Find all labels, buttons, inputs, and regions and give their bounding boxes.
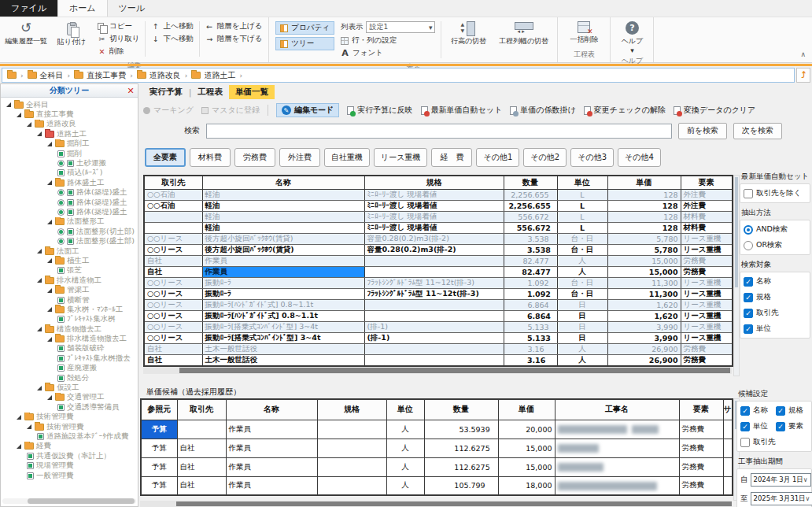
cell-supplier[interactable]: 自社	[144, 343, 202, 354]
cell-price[interactable]: 11,300	[607, 288, 681, 299]
cell-element[interactable]: 労務費	[679, 439, 723, 457]
expanded-triangle-icon[interactable]	[17, 444, 21, 449]
tree-item[interactable]: 産廃運搬	[1, 364, 138, 373]
tree-item[interactable]: 張芝	[1, 266, 138, 276]
cell-price[interactable]: 15,000	[498, 457, 555, 476]
tree-item[interactable]: 殻処分	[1, 373, 138, 383]
candidate-row[interactable]: 予算作業員人53.593920,000労務費	[141, 420, 733, 439]
cell-unit[interactable]: 人	[557, 343, 607, 354]
cell-element[interactable]: リース重機	[681, 321, 733, 332]
cell-unit[interactable]: 人	[557, 255, 607, 266]
cell-name[interactable]: 軽油	[202, 200, 364, 211]
cell-price[interactable]: 26,900	[607, 343, 681, 354]
level-up-button[interactable]: ←階層を上げる	[205, 21, 263, 31]
cell-sub[interactable]	[723, 420, 733, 439]
tree-item[interactable]: 法面整形(切土部)	[1, 227, 138, 236]
edit-history-button[interactable]: ↺ 編集履歴一覧	[3, 19, 49, 46]
cell-unit[interactable]: 日	[557, 321, 607, 332]
expanded-triangle-icon[interactable]	[47, 307, 52, 312]
tree-item[interactable]: ﾌﾟﾚｷｬｽﾄ集水桝撤去	[1, 353, 138, 363]
cell-name[interactable]: 作業員	[202, 255, 364, 266]
cell-unit[interactable]: 人	[386, 476, 424, 495]
tree-item[interactable]: 道路土工	[1, 129, 138, 139]
cell-qty[interactable]: 3.538	[504, 233, 557, 244]
cell-price[interactable]: 26,900	[607, 354, 681, 366]
tree-item[interactable]: 共通仮設費（率計上）	[1, 451, 138, 461]
level-down-button[interactable]: →階層を下げる	[205, 34, 263, 44]
cell-sub[interactable]	[723, 457, 733, 476]
cell-element[interactable]: 労務費	[681, 266, 733, 277]
marking-button[interactable]: マーキング	[143, 105, 194, 116]
cell-supplier[interactable]: 自社	[144, 255, 202, 266]
expanded-triangle-icon[interactable]	[37, 131, 42, 136]
table-row[interactable]: 自社土木一般世話役3.16人26,900労務費	[144, 343, 733, 354]
expanded-triangle-icon[interactable]	[47, 395, 52, 400]
cell-price[interactable]: 128	[607, 211, 681, 222]
tree-item[interactable]: 法面工	[1, 246, 138, 256]
cell-spec[interactable]: 容量0.28(0.2)m3(排-2)	[364, 244, 504, 255]
clear-converted-data-button[interactable]: 変換データのクリア	[674, 105, 755, 116]
cell-unit[interactable]: L	[557, 189, 607, 200]
cell-price[interactable]: 3,990	[607, 321, 681, 332]
cell-name[interactable]: 軽油	[202, 211, 364, 222]
breadcrumb-item[interactable]: 直接工事費	[74, 70, 126, 81]
column-header[interactable]: 規格	[364, 176, 504, 189]
cell-supplier[interactable]: 自社	[177, 457, 226, 476]
cell-unit[interactable]: 台・日	[557, 277, 607, 288]
cell-qty[interactable]: 105.799	[424, 476, 498, 495]
tree-item[interactable]: 横断管	[1, 295, 138, 305]
cell-price[interactable]: 128	[607, 189, 681, 200]
cell-spec[interactable]	[317, 439, 386, 457]
cell-qty[interactable]: 3.16	[504, 343, 557, 354]
table-row[interactable]: 自社土木一般世話役3.16人26,900労務費	[144, 354, 733, 366]
cell-name[interactable]: 作業員	[202, 266, 364, 277]
cell-supplier[interactable]: 自社	[144, 266, 202, 277]
cell-price[interactable]: 15,000	[607, 266, 681, 277]
cell-element[interactable]: リース重機	[681, 299, 733, 310]
cell-name[interactable]: 作業員	[226, 476, 317, 495]
cell-qty[interactable]: 1.092	[504, 277, 557, 288]
cell-name[interactable]: 振動ﾛｰﾗ	[202, 288, 364, 299]
cell-supplier[interactable]: ○○リース	[144, 233, 202, 244]
cell-supplier[interactable]: 自社	[177, 476, 226, 495]
cell-name[interactable]: 後方超小旋回ﾊﾞｯｸﾎｳ(賃貸)	[202, 244, 364, 255]
column-header[interactable]: 取引先	[177, 399, 226, 420]
cell-qty[interactable]: 5.133	[504, 332, 557, 343]
expanded-triangle-icon[interactable]	[47, 142, 52, 146]
tree-item[interactable]: 法面整形工	[1, 217, 138, 227]
filter-button[interactable]: その他4	[618, 148, 661, 167]
column-header[interactable]: 単価	[607, 176, 681, 189]
filter-button[interactable]: 労務費	[234, 148, 275, 167]
cell-unit[interactable]: L	[557, 200, 607, 211]
tab-file[interactable]: ファイル	[0, 0, 57, 17]
cell-supplier[interactable]: ○○リース	[144, 288, 202, 299]
cell-supplier[interactable]: ○○石油	[144, 189, 202, 200]
filter-button[interactable]: 自社重機	[324, 148, 370, 167]
cell-price[interactable]: 11,300	[607, 277, 681, 288]
expanded-triangle-icon[interactable]	[37, 249, 42, 254]
tree-item[interactable]: 掘削工	[1, 139, 138, 149]
move-down-button[interactable]: ↓下へ移動	[151, 34, 193, 44]
cell-supplier[interactable]	[144, 211, 202, 222]
edit-mode-button[interactable]: ✎編集モード	[276, 103, 339, 117]
search-target-checkbox[interactable]: ✓名称	[744, 276, 806, 287]
column-header[interactable]: 単位	[557, 176, 607, 189]
column-header[interactable]: サブ	[723, 399, 733, 420]
cell-qty[interactable]: 53.5939	[424, 420, 498, 439]
cell-element[interactable]: リース重機	[681, 310, 733, 321]
cell-spec[interactable]	[317, 476, 386, 495]
tree-item[interactable]: 集水桝・ﾏﾝﾎｰﾙ工	[1, 305, 138, 314]
row-col-settings-button[interactable]: 行・列の設定	[341, 35, 436, 46]
cell-element[interactable]: 労務費	[681, 343, 733, 354]
tree-item[interactable]: 舗装版破砕	[1, 344, 138, 353]
breadcrumb-item[interactable]: 道路改良	[137, 70, 181, 81]
search-next-button[interactable]: 次を検索	[733, 123, 782, 139]
tree-item[interactable]: 路体盛土工	[1, 178, 138, 187]
cell-name[interactable]: 作業員	[226, 420, 317, 439]
cell-element[interactable]: リース重機	[681, 288, 733, 299]
expanded-triangle-icon[interactable]	[47, 180, 52, 185]
cell-reference[interactable]: 予算	[141, 420, 177, 439]
tree-item[interactable]: 技術管理費	[1, 413, 138, 422]
cell-qty[interactable]: 556.672	[504, 222, 557, 233]
table-row[interactable]: ○○リース振動ﾛｰﾗﾌﾗｯﾄｼﾝｸﾞﾙﾄﾞﾗﾑ型 11~12t(排-3)1.09…	[144, 288, 733, 299]
